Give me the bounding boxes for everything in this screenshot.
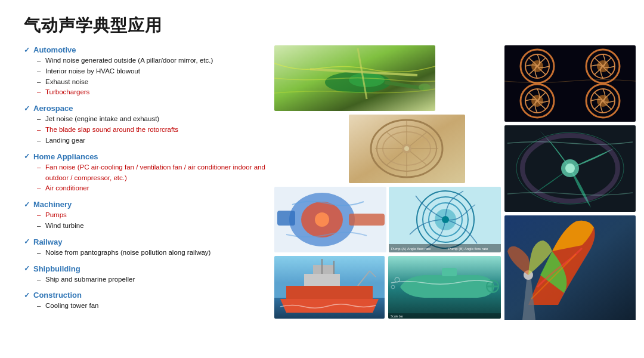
checkmark-shipbuilding: ✓ — [24, 264, 30, 273]
list-item-red: Pumps — [37, 210, 274, 221]
category-label-shipbuilding: Shipbuilding — [33, 264, 80, 273]
svg-text:Pump (A) Angle flow rate: Pump (A) Angle flow rate — [391, 247, 431, 251]
checkmark-aerospace: ✓ — [24, 104, 30, 113]
home-appliances-list: Fan noise (PC air-cooling fan / ventilat… — [24, 162, 274, 194]
slide: 气动声学典型应用 ✓ Automotive Wind noise generat… — [0, 0, 644, 358]
svg-rect-30 — [286, 286, 373, 299]
category-title-shipbuilding: ✓ Shipbuilding — [24, 264, 274, 273]
category-railway: ✓ Railway Noise from pantographs (noise … — [24, 237, 274, 258]
svg-point-18 — [315, 212, 329, 227]
category-construction: ✓ Construction Cooling tower fan — [24, 291, 274, 311]
checkmark-home-appliances: ✓ — [24, 152, 30, 161]
svg-point-24 — [442, 216, 449, 223]
list-item-ship-propeller: Ship and submarine propeller — [37, 274, 274, 285]
blower-image — [349, 115, 465, 183]
wind-turbine-analysis-image — [504, 215, 636, 346]
list-item: Exhaust noise — [37, 77, 274, 88]
propeller-blade-image — [504, 125, 636, 212]
category-title-aerospace: ✓ Aerospace — [24, 104, 274, 113]
category-label-automotive: Automotive — [33, 45, 76, 54]
list-item: Interior noise by HVAC blowout — [37, 66, 274, 77]
category-title-home-appliances: ✓ Home Appliances — [24, 152, 274, 161]
left-panel: ✓ Automotive Wind noise generated outsid… — [24, 45, 274, 346]
submarine-image: Scale bar — [388, 256, 501, 319]
category-shipbuilding: ✓ Shipbuilding Ship and submarine propel… — [24, 264, 274, 285]
checkmark-machinery: ✓ — [24, 200, 30, 209]
helicopter-image — [274, 45, 435, 111]
svg-rect-31 — [304, 274, 340, 286]
images-area: Pump (A) Angle flow rate Pump (B) Angle … — [274, 45, 636, 346]
checkmark-automotive: ✓ — [24, 46, 30, 54]
checkmark-railway: ✓ — [24, 237, 30, 246]
svg-rect-17 — [277, 211, 295, 226]
category-home-appliances: ✓ Home Appliances Fan noise (PC air-cool… — [24, 152, 274, 194]
category-label-railway: Railway — [33, 237, 62, 246]
aerospace-list: Jet noise (engine intake and exhaust) Th… — [24, 114, 274, 146]
list-item-red: Air conditioner — [37, 183, 274, 194]
content-area: ✓ Automotive Wind noise generated outsid… — [24, 45, 626, 346]
svg-text:Pump (B) Angle flow rate: Pump (B) Angle flow rate — [448, 247, 488, 251]
machinery-list: Pumps Wind turbine — [24, 210, 274, 232]
shipbuilding-list: Ship and submarine propeller — [24, 274, 274, 285]
fan-rings-image — [504, 45, 636, 122]
svg-point-2 — [349, 73, 385, 87]
category-title-construction: ✓ Construction — [24, 291, 274, 300]
category-label-construction: Construction — [33, 291, 82, 300]
list-item-red: Turbochargers — [37, 87, 274, 98]
ship-image — [274, 256, 385, 319]
svg-text:Scale bar: Scale bar — [391, 314, 403, 318]
list-item: Cooling tower fan — [37, 301, 274, 311]
svg-rect-44 — [388, 313, 501, 319]
pump-right-image: Pump (A) Angle flow rate Pump (B) Angle … — [389, 187, 501, 252]
checkmark-construction: ✓ — [24, 291, 30, 300]
category-machinery: ✓ Machinery Pumps Wind turbine — [24, 200, 274, 232]
construction-list: Cooling tower fan — [24, 301, 274, 311]
svg-rect-16 — [349, 214, 385, 226]
category-label-aerospace: Aerospace — [33, 104, 73, 113]
list-item: Landing gear — [37, 135, 274, 146]
automotive-list: Wind noise generated outside (A pillar/d… — [24, 55, 274, 98]
category-title-railway: ✓ Railway — [24, 237, 274, 246]
center-images: Pump (A) Angle flow rate Pump (B) Angle … — [274, 45, 501, 346]
category-automotive: ✓ Automotive Wind noise generated outsid… — [24, 45, 274, 98]
list-item: Jet noise (engine intake and exhaust) — [37, 114, 274, 125]
slide-title: 气动声学典型应用 — [24, 14, 626, 37]
svg-point-12 — [404, 146, 409, 151]
list-item: Wind turbine — [37, 221, 274, 232]
right-images — [504, 45, 636, 346]
list-item: Wind noise generated outside (A pillar/d… — [37, 55, 274, 66]
list-item: Noise from pantographs (noise pollution … — [37, 248, 274, 258]
category-label-machinery: Machinery — [33, 200, 72, 209]
pump-images-row: Pump (A) Angle flow rate Pump (B) Angle … — [274, 187, 501, 252]
list-item-red: Fan noise (PC air-cooling fan / ventilat… — [37, 162, 274, 184]
pump-left-image — [274, 187, 386, 252]
category-title-machinery: ✓ Machinery — [24, 200, 274, 209]
railway-list: Noise from pantographs (noise pollution … — [24, 248, 274, 258]
svg-rect-32 — [313, 265, 334, 274]
category-aerospace: ✓ Aerospace Jet noise (engine intake and… — [24, 104, 274, 146]
category-title-automotive: ✓ Automotive — [24, 45, 274, 54]
svg-rect-38 — [442, 268, 457, 276]
ship-images-row: Scale bar — [274, 256, 501, 319]
category-label-home-appliances: Home Appliances — [33, 152, 98, 161]
svg-point-62 — [565, 163, 575, 173]
list-item-red: The blade slap sound around the rotorcra… — [37, 125, 274, 135]
